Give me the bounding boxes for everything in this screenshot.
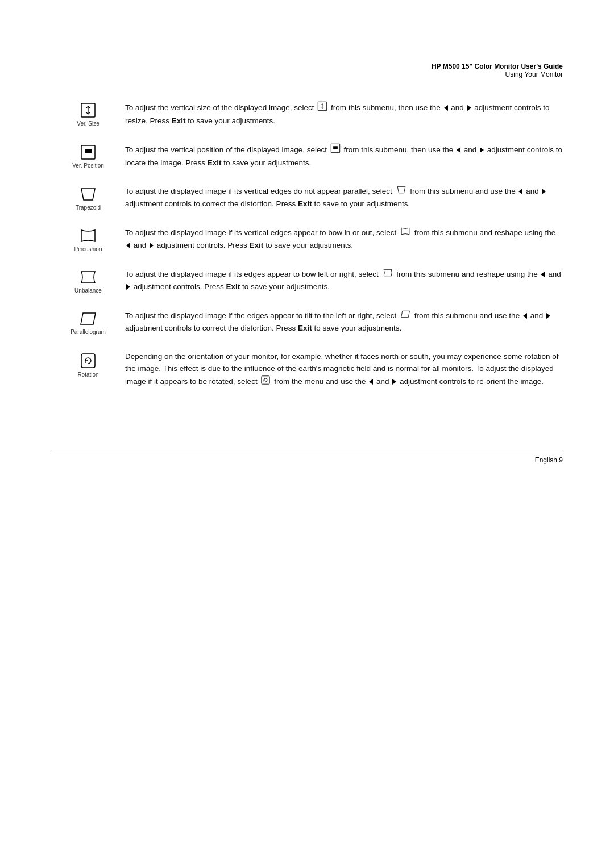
unbalance-label: Unbalance [74,287,102,294]
unbalance-inline-icon [382,268,393,281]
ver-size-inline-icon [317,101,327,115]
arrow-right-icon [126,284,130,290]
svg-rect-13 [262,375,269,383]
entry-pincushion: Pincushion To adjust the displayed image… [51,227,563,252]
parallelogram-inline-icon [400,310,411,323]
page-header: HP M500 15" Color Monitor User's Guide U… [0,0,614,95]
ver-size-icon [80,102,96,118]
arrow-left-icon [369,379,373,385]
svg-marker-11 [401,311,410,317]
unbalance-description: To adjust the displayed image if its edg… [125,268,563,293]
arrow-left-icon [457,147,460,153]
parallelogram-description: To adjust the displayed image if the edg… [125,310,563,335]
pincushion-inline-icon [400,227,411,240]
trapezoid-icon [79,186,97,202]
rotation-inline-icon [260,375,271,389]
arrow-left-icon [541,272,545,277]
svg-marker-10 [81,313,96,324]
pincushion-description: To adjust the displayed image if its ver… [125,227,563,252]
rotation-label: Rotation [77,372,98,378]
entry-parallelogram: Parallelogram To adjust the displayed im… [51,310,563,335]
ver-position-label: Ver. Position [72,162,104,169]
arrow-right-icon [480,147,484,153]
ver-position-icon [80,144,96,160]
arrow-right-icon [392,379,396,385]
page: HP M500 15" Color Monitor User's Guide U… [0,0,614,868]
entry-trapezoid: Trapezoid To adjust the displayed image … [51,185,563,211]
icon-label-unbalance: Unbalance [51,268,125,294]
entry-rotation: Rotation Depending on the orientation of… [51,351,563,389]
arrow-right-icon [467,105,471,111]
parallelogram-label: Parallelogram [70,329,106,335]
entry-ver-position: Ver. Position To adjust the vertical pos… [51,143,563,169]
arrow-left-icon [523,313,527,319]
rotation-description: Depending on the orientation of your mon… [125,351,563,389]
rotation-icon [80,352,97,369]
footer: English 9 [0,450,614,464]
entry-ver-size: Ver. Size To adjust the vertical size of… [51,101,563,127]
arrow-right-icon [546,313,550,319]
ver-position-inline-icon [330,143,341,157]
icon-label-trapezoid: Trapezoid [51,185,125,211]
parallelogram-icon [78,311,98,327]
footer-text: English 9 [535,456,563,464]
arrow-left-icon [444,105,448,111]
svg-rect-5 [85,149,92,153]
trapezoid-label: Trapezoid [76,205,101,211]
ver-position-description: To adjust the vertical position of the d… [125,143,563,169]
arrow-left-icon [126,243,130,248]
icon-label-parallelogram: Parallelogram [51,310,125,335]
icon-label-pincushion: Pincushion [51,227,125,252]
icon-label-ver-size: Ver. Size [51,101,125,127]
main-content: Ver. Size To adjust the vertical size of… [0,95,614,427]
arrow-right-icon [150,243,154,248]
trapezoid-description: To adjust the displayed image if its ver… [125,185,563,210]
svg-rect-7 [333,146,338,149]
ver-size-description: To adjust the vertical size of the displ… [125,101,563,127]
icon-label-ver-position: Ver. Position [51,143,125,169]
entry-unbalance: Unbalance To adjust the displayed image … [51,268,563,294]
trapezoid-inline-icon [396,185,407,198]
unbalance-icon [79,269,97,285]
svg-marker-9 [397,186,405,193]
pincushion-icon [79,228,97,244]
header-subtitle: Using Your Monitor [0,70,563,78]
svg-marker-8 [81,189,95,200]
pincushion-label: Pincushion [74,246,102,252]
svg-rect-12 [81,354,95,368]
icon-label-rotation: Rotation [51,351,125,378]
header-title: HP M500 15" Color Monitor User's Guide [0,62,563,70]
ver-size-label: Ver. Size [77,120,99,127]
arrow-left-icon [518,189,522,194]
arrow-right-icon [542,189,546,194]
